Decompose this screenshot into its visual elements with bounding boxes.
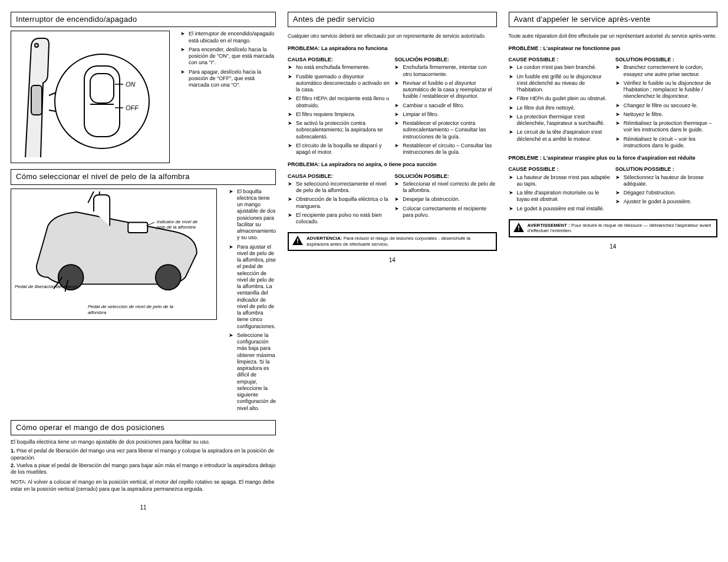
ts-intro: Cualquier otro servicio deberá ser efect… bbox=[288, 33, 496, 39]
bullet-item: Seleccione la configuración más baja par… bbox=[229, 332, 276, 412]
list-item: Réinitialisez la protection thermique – … bbox=[615, 120, 717, 134]
problem-head: PROBLEMA: La aspiradora no funciona bbox=[288, 45, 496, 52]
nozzle-figure: Indicator de nivel depelo de la alfombra… bbox=[11, 189, 217, 320]
middle-column: Antes de pedir servicio Cualquier otro s… bbox=[288, 12, 496, 511]
list-item: Filtre HEPA du godet plein ou obstrué. bbox=[509, 95, 611, 102]
list-item: No está enchufada firmemente. bbox=[288, 64, 390, 71]
list-item: Se activó la protección contra sobrecale… bbox=[288, 120, 390, 140]
solution-list: Sélectionnez la hauteur de brosse adéqua… bbox=[615, 174, 717, 206]
bullet-item: El boquilla electrica tiene un mango aju… bbox=[229, 189, 276, 242]
list-item: El recipiente para polvo no está bien co… bbox=[288, 212, 390, 226]
solution-list: Enchufarla firmemente, intentar con otro… bbox=[394, 64, 496, 156]
fig-label-pedal2: Pedal de selección de nivel de pelo de l… bbox=[88, 304, 188, 316]
list-item: El circuito de la boquilla se disparó y … bbox=[288, 143, 390, 156]
list-item: Le filtre doit être nettoyé. bbox=[509, 105, 611, 111]
position-subhead: El boquilla electrica tiene un mango aju… bbox=[11, 439, 276, 445]
list-item: La hauteur de brosse n'est pas adaptée a… bbox=[509, 174, 611, 188]
list-item: Le circuit de la tête d'aspiration s'est… bbox=[509, 129, 611, 143]
svg-rect-4 bbox=[90, 74, 114, 103]
cause-list: La hauteur de brosse n'est pas adaptée a… bbox=[509, 174, 611, 212]
list-item: Changez le filtre ou secouez-le. bbox=[615, 103, 717, 109]
bullet-item: Para encender, deslícelo hacia la posici… bbox=[180, 47, 276, 67]
position-steps: 1. Pise el pedal de liberación del mango… bbox=[11, 448, 276, 475]
list-item: Revisar el fusible o el disyuntor automá… bbox=[394, 80, 496, 100]
svg-point-9 bbox=[156, 265, 181, 290]
switch-section: Interruptor de encendido/apagado bbox=[11, 12, 276, 163]
list-item: Cambiar o sacudir el filtro. bbox=[394, 103, 496, 109]
on-label: ON bbox=[126, 81, 136, 88]
list-item: La protection thermique s'est déclenchée… bbox=[509, 114, 611, 127]
nozzle-illustration: Indicator de nivel depelo de la alfombra bbox=[14, 191, 214, 318]
position-note: NOTA: Al volver a colocar el mango en la… bbox=[11, 479, 276, 492]
list-item: Restablecer el circuito – Consultar las … bbox=[394, 143, 496, 156]
solution-label: SOLUCIÓN POSIBLE: bbox=[394, 173, 496, 180]
problem-head: PROBLÈME : L'aspirateur ne fonctionne pa… bbox=[509, 45, 717, 52]
cause-label: CAUSA POSIBLE: bbox=[288, 173, 390, 180]
switch-figure: ON OFF bbox=[11, 31, 170, 163]
cause-list: Se seleccionó incorrectamente el nivel d… bbox=[288, 181, 390, 226]
step-text: Vuelva a pisar el pedal de liberación de… bbox=[11, 462, 275, 475]
position-title: Cómo operar el mango de dos posiciones bbox=[11, 420, 276, 435]
solution-label: SOLUTION POSSIBLE : bbox=[615, 166, 717, 173]
position-section: Cómo operar el mango de dos posiciones E… bbox=[11, 420, 276, 492]
cause-list: Le cordon n'est pas bien branché. Un fus… bbox=[509, 64, 611, 143]
off-label: OFF bbox=[126, 104, 139, 111]
warning-box-es: ! ADVERTENCIA: Para reducir el riesgo de… bbox=[288, 232, 496, 250]
page-number: 14 bbox=[288, 257, 496, 265]
page-number: 14 bbox=[509, 243, 717, 251]
list-item: Fusible quemado o disyuntor automático d… bbox=[288, 74, 390, 94]
adjust-title: Cómo seleccionar el nivel de pelo de la … bbox=[11, 169, 276, 184]
list-item: Obstrucción de la boquilla eléctrica o l… bbox=[288, 196, 390, 210]
list-item: Vérifiez le fusible ou le disjoncteur de… bbox=[615, 80, 717, 100]
adjust-section: Cómo seleccionar el nivel de pelo de la … bbox=[11, 169, 276, 414]
cause-list: No está enchufada firmemente. Fusible qu… bbox=[288, 64, 390, 156]
warning-title: AVERTISSEMENT : bbox=[528, 223, 570, 228]
list-item: La tête d'aspiration motorisée ou le tuy… bbox=[509, 190, 611, 203]
list-item: Limpiar el filtro. bbox=[394, 111, 496, 118]
bullet-item: Para apagar, deslícelo hacia la posición… bbox=[180, 69, 276, 89]
warning-icon: ! bbox=[292, 236, 303, 245]
fig-label-pedal1: Pedal de liberación del mango bbox=[15, 284, 85, 290]
list-item: Un fusible est grillé ou le disjoncteur … bbox=[509, 74, 611, 94]
list-item: El filtro requiere limpieza. bbox=[288, 111, 390, 118]
list-item: Nettoyez le filtre. bbox=[615, 111, 717, 118]
warning-title: ADVERTENCIA: bbox=[307, 236, 342, 241]
bullet-item: El interruptor de encendido/apagado está… bbox=[180, 31, 276, 44]
list-item: Restablecer el protector contra sobrecal… bbox=[394, 120, 496, 140]
fig-label-indicator: Indicator de nivel depelo de la alfombra bbox=[156, 219, 198, 230]
svg-rect-10 bbox=[128, 222, 147, 232]
svg-text:!: ! bbox=[297, 238, 299, 245]
problem-head: PROBLEMA: La aspiradora no aspira, o tie… bbox=[288, 161, 496, 168]
ts-intro: Toute autre réparation doit être effectu… bbox=[509, 33, 717, 39]
list-item: Branchez correctement le cordon, essayez… bbox=[615, 64, 717, 78]
list-item: Le godet à poussière est mal installé. bbox=[509, 206, 611, 212]
list-item: El filtro HEPA del recipiente está lleno… bbox=[288, 95, 390, 109]
list-item: Despejar la obstrucción. bbox=[394, 196, 496, 203]
step-text: Pise el pedal de liberación del mango un… bbox=[11, 448, 274, 460]
solution-list: Seleccionar el nivel correcto de pelo de… bbox=[394, 181, 496, 219]
solution-label: SOLUCIÓN POSIBLE: bbox=[394, 57, 496, 63]
switch-illustration: ON OFF bbox=[14, 34, 167, 160]
solution-list: Branchez correctement le cordon, essayez… bbox=[615, 64, 717, 149]
ts-title-es: Antes de pedir servicio bbox=[288, 12, 496, 27]
left-column: Interruptor de encendido/apagado bbox=[11, 12, 276, 511]
ts-title-fr: Avant d'appeler le service après-vente bbox=[509, 12, 717, 27]
svg-text:!: ! bbox=[518, 224, 520, 232]
list-item: Le cordon n'est pas bien branché. bbox=[509, 64, 611, 71]
solution-label: SOLUTION POSSIBLE : bbox=[615, 57, 717, 63]
switch-bullets: El interruptor de encendido/apagado está… bbox=[180, 31, 276, 91]
list-item: Dégagez l'obstruction. bbox=[615, 190, 717, 196]
svg-rect-1 bbox=[31, 85, 42, 115]
cause-label: CAUSE POSSIBLE : bbox=[509, 57, 611, 63]
right-column: Avant d'appeler le service après-vente T… bbox=[509, 12, 717, 511]
list-item: Sélectionnez la hauteur de brosse adéqua… bbox=[615, 174, 717, 188]
switch-title: Interruptor de encendido/apagado bbox=[11, 12, 276, 27]
bullet-item: Para ajustar el nivel de pelo de la alfo… bbox=[229, 244, 276, 330]
list-item: Se seleccionó incorrectamente el nivel d… bbox=[288, 181, 390, 194]
page-number: 11 bbox=[11, 504, 276, 512]
list-item: Ajustez le godet à poussière. bbox=[615, 199, 717, 205]
list-item: Seleccionar el nivel correcto de pelo de… bbox=[394, 181, 496, 194]
cause-label: CAUSE POSSIBLE : bbox=[509, 166, 611, 173]
warning-icon: ! bbox=[513, 223, 524, 232]
cause-label: CAUSA POSIBLE: bbox=[288, 57, 390, 63]
